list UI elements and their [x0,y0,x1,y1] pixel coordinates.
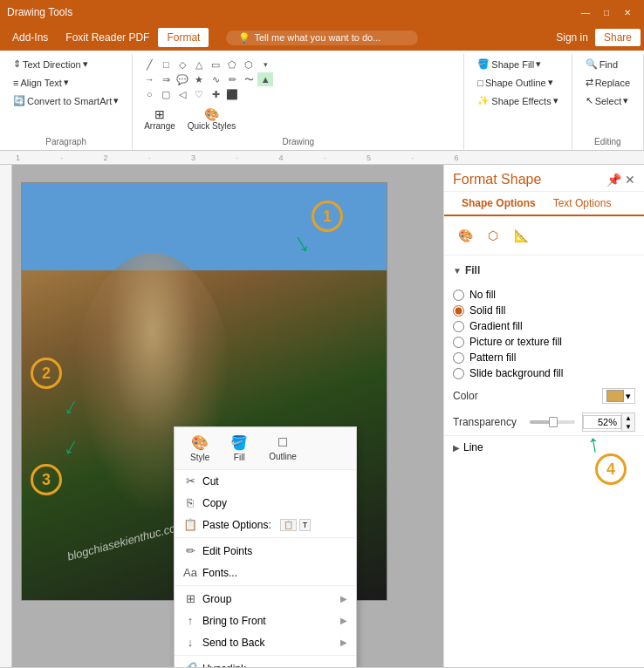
transparency-slider[interactable] [530,420,575,424]
sendback-icon: ↓ [183,636,197,649]
quick-styles-button[interactable]: 🎨 Quick Styles [183,105,241,133]
shape-arrow2[interactable]: ⇒ [158,72,174,86]
window-controls: — □ ✕ [576,4,637,20]
arrange-button[interactable]: ⊞ Arrange [140,105,180,133]
tell-me-box[interactable]: 💡 Tell me what you want to do... [226,31,418,45]
paragraph-label: Paragraph [7,133,125,148]
menu-addins[interactable]: Add-Ins [3,28,57,47]
shapeeffects-dropdown: ▾ [553,95,558,106]
shape-callout[interactable]: 💬 [175,72,190,86]
ctx-copy[interactable]: ⎘ Copy [175,492,356,514]
fill-picture[interactable]: Picture or texture fill [453,336,635,348]
shape-rect2[interactable]: ▭ [208,58,223,72]
textdir-icon: ⇕ [13,58,21,70]
shape-scribble[interactable]: 〜 [241,72,257,86]
transparency-input[interactable] [583,415,621,429]
shape-pentagon[interactable]: ⬠ [224,58,240,72]
ctx-bring-front[interactable]: ↑ Bring to Front ▶ [175,610,356,631]
fill-section-title[interactable]: ▼ Fill [453,261,635,280]
share-button[interactable]: Share [595,29,641,46]
menu-bar: Add-Ins Foxit Reader PDF Format 💡 Tell m… [0,24,644,51]
menu-foxitpdf[interactable]: Foxit Reader PDF [57,28,158,47]
pin-icon[interactable]: 📌 [606,173,621,187]
shape-heart[interactable]: ♡ [191,87,207,101]
ctx-group[interactable]: ⊞ Group ▶ [175,588,356,610]
fill-slide-bg[interactable]: Slide background fill [453,367,635,379]
find-button[interactable]: 🔍 Find [579,56,624,72]
shape-triangle[interactable]: △ [191,58,207,72]
convert-smartart-button[interactable]: 🔄 Convert to SmartArt ▾ [7,92,125,109]
tab-shape-options[interactable]: Shape Options [453,192,545,216]
fill-line-icon-btn[interactable]: 🎨 [453,223,477,248]
shape-arrow1[interactable]: → [141,72,157,86]
signin-link[interactable]: Sign in [556,31,588,44]
smartart-icon: 🔄 [13,95,25,106]
ctx-divider-1 [175,537,356,538]
panel-close-area: 📌 ✕ [606,173,635,187]
color-swatch [606,390,624,402]
ctx-style-btn[interactable]: 🎨 Style [183,433,216,464]
shape-grid: ╱ □ ◇ △ ▭ ⬠ ⬡ ▾ → ⇒ 💬 ★ ∿ ✏ 〜 ▲ ○ ▢ ◁ ♡ … [140,56,275,103]
paste-icons: 📋 T [280,519,312,531]
transparency-down[interactable]: ▼ [622,422,634,431]
shapeoutline-icon: □ [477,78,483,88]
circle-label-2: 2 [31,358,62,389]
shape-freeform[interactable]: ✏ [224,72,240,86]
tab-text-options[interactable]: Text Options [545,192,620,216]
shape-hexagon[interactable]: ⬡ [241,58,257,72]
restore-button[interactable]: □ [597,4,616,20]
shape-rtriangle[interactable]: ◁ [175,87,190,101]
layout-icon-btn[interactable]: 📐 [509,223,533,248]
transparency-spinners: ▲ ▼ [621,413,634,431]
ctx-fill-btn[interactable]: 🪣 Fill [223,433,255,464]
ctx-hyperlink[interactable]: 🔗 Hyperlink... [175,658,356,667]
align-text-button[interactable]: ≡ Align Text ▾ [7,74,75,91]
ctx-send-back[interactable]: ↓ Send to Back ▶ [175,631,356,653]
shape-line[interactable]: ╱ [141,58,157,72]
transparency-thumb[interactable] [549,417,558,427]
shape-cross[interactable]: ✚ [208,87,223,101]
ctx-cut[interactable]: ✂ Cut [175,470,356,492]
shape-rounded[interactable]: ▢ [158,87,174,101]
panel-bottom-area: 4 ↓ [444,459,644,494]
minimize-button[interactable]: — [576,4,595,20]
shape-more[interactable]: ▾ [257,58,273,72]
circle-label-3: 3 [31,464,62,495]
shape-rect[interactable]: □ [158,58,174,72]
close-panel-button[interactable]: ✕ [625,173,635,187]
select-dropdown: ▾ [623,95,628,106]
ctx-outline-btn[interactable]: □ Outline [262,433,304,464]
ctx-fonts[interactable]: Aa Fonts... [175,562,356,583]
fill-no-fill[interactable]: No fill [453,289,635,301]
close-button[interactable]: ✕ [618,4,637,20]
shape-highlight[interactable]: ▲ [257,72,273,86]
transparency-up[interactable]: ▲ [622,413,634,422]
replace-button[interactable]: ⇄ Replace [579,74,636,91]
menu-format[interactable]: Format [158,28,209,47]
ribbon-row-aligntext: ≡ Align Text ▾ [7,74,75,91]
text-direction-button[interactable]: ⇕ Text Direction ▾ [7,56,94,72]
effects-icon-btn[interactable]: ⬡ [481,223,505,248]
ctx-paste[interactable]: 📋 Paste Options: 📋 T [175,514,356,535]
shape-effects-button[interactable]: ✨ Shape Effects ▾ [471,92,564,109]
drawing-label: Drawing [140,133,456,148]
shape-oval[interactable]: ○ [141,87,157,101]
fill-pattern[interactable]: Pattern fill [453,351,635,364]
fill-solid[interactable]: Solid fill [453,304,635,317]
ribbon: ⇕ Text Direction ▾ ≡ Align Text ▾ 🔄 Conv… [0,51,644,151]
ctx-edit[interactable]: ✏ Edit Points [175,540,356,562]
shape-block[interactable]: ⬛ [224,87,240,101]
aligntext-dropdown-icon: ▾ [64,77,69,88]
shape-fill-button[interactable]: 🪣 Shape Fill ▾ [471,56,547,72]
tell-me-text: Tell me what you want to do... [254,32,380,43]
fill-gradient[interactable]: Gradient fill [453,320,635,332]
shape-diamond[interactable]: ◇ [175,58,190,72]
document-area[interactable]: 1 2 3 blogchiasekienthuc.com ↓ ↓ ↓ [12,165,443,667]
select-button[interactable]: ↖ Select ▾ [579,92,635,109]
shape-outline-button[interactable]: □ Shape Outline ▾ [471,74,558,91]
shape-curve[interactable]: ∿ [208,72,223,86]
shape-star[interactable]: ★ [191,72,207,86]
fill-icon: 🪣 [230,434,248,451]
color-swatch-button[interactable]: ▾ [602,388,635,404]
transparency-label: Transparency [453,416,523,428]
